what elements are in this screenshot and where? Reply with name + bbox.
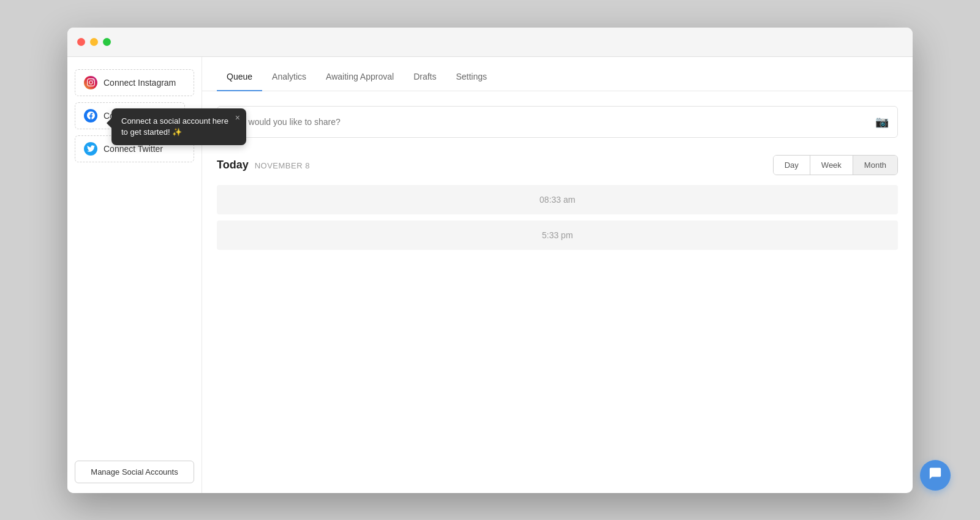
facebook-tooltip-container: Connect Facebook × Connect a social acco… (75, 102, 194, 129)
sidebar-accounts: Connect Instagram Connect Facebook (75, 69, 194, 461)
time-slots: 08:33 am 5:33 pm (217, 185, 898, 250)
content-area: 📷 Today NOVEMBER 8 Day Week Month (202, 91, 913, 493)
tooltip-arrow (107, 118, 111, 128)
view-week-button[interactable]: Week (810, 156, 853, 175)
connect-twitter-label: Connect Twitter (104, 144, 163, 154)
app-window: Connect Instagram Connect Facebook (67, 28, 913, 493)
chat-icon (929, 467, 942, 484)
instagram-icon (84, 76, 97, 89)
view-month-button[interactable]: Month (853, 156, 897, 175)
titlebar (67, 28, 913, 57)
tab-analytics[interactable]: Analytics (262, 62, 316, 91)
today-label: Today NOVEMBER 8 (217, 159, 310, 171)
today-text: Today (217, 159, 249, 171)
tabs-bar: Queue Analytics Awaiting Approval Drafts… (202, 57, 913, 91)
twitter-icon (84, 142, 97, 156)
camera-icon[interactable]: 📷 (875, 115, 889, 129)
tab-queue[interactable]: Queue (217, 62, 262, 91)
minimize-button[interactable] (90, 38, 98, 46)
tab-settings[interactable]: Settings (446, 62, 497, 91)
compose-box: 📷 (217, 106, 898, 138)
tab-awaiting-approval[interactable]: Awaiting Approval (316, 62, 404, 91)
manage-social-accounts-button[interactable]: Manage Social Accounts (75, 461, 194, 483)
traffic-lights (77, 38, 111, 46)
main-content: Queue Analytics Awaiting Approval Drafts… (202, 57, 913, 493)
sidebar: Connect Instagram Connect Facebook (67, 57, 202, 493)
tooltip-box: × Connect a social account here to get s… (111, 108, 246, 145)
app-body: Connect Instagram Connect Facebook (67, 57, 913, 493)
compose-input[interactable] (226, 117, 875, 127)
connect-instagram-button[interactable]: Connect Instagram (75, 69, 194, 96)
time-slot-morning: 08:33 am (217, 185, 898, 214)
close-button[interactable] (77, 38, 85, 46)
view-toggle: Day Week Month (773, 155, 898, 175)
date-text: NOVEMBER 8 (255, 161, 310, 170)
maximize-button[interactable] (103, 38, 111, 46)
view-day-button[interactable]: Day (774, 156, 810, 175)
connect-instagram-label: Connect Instagram (104, 78, 176, 88)
today-header: Today NOVEMBER 8 Day Week Month (217, 155, 898, 175)
time-slot-afternoon-label: 5:33 pm (542, 230, 573, 240)
time-slot-afternoon: 5:33 pm (217, 220, 898, 250)
tooltip-message: Connect a social account here to get sta… (121, 116, 228, 137)
tooltip-close-button[interactable]: × (235, 113, 240, 122)
time-slot-morning-label: 08:33 am (540, 195, 575, 205)
tab-drafts[interactable]: Drafts (404, 62, 446, 91)
manage-social-accounts-label: Manage Social Accounts (91, 467, 178, 477)
facebook-icon (84, 109, 97, 122)
chat-fab-button[interactable] (920, 460, 951, 491)
